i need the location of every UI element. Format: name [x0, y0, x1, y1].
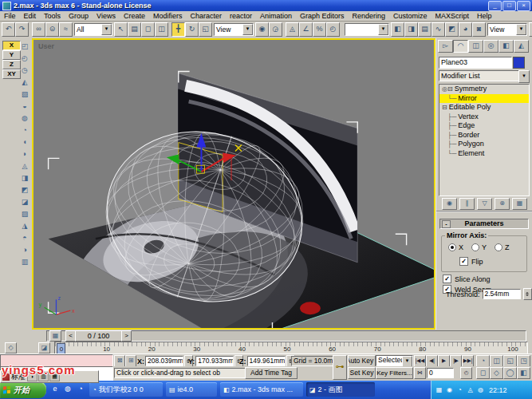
axis-constraint-button[interactable]: Z	[2, 60, 21, 69]
modifier-stack-item[interactable]: ◎⊟ Symmetry	[439, 85, 529, 94]
tray-help-icon[interactable]: ◉	[445, 385, 454, 394]
trackbar-tool-button[interactable]: ◇	[5, 342, 17, 354]
layer-manager-button[interactable]: ▤	[418, 22, 432, 37]
close-button[interactable]: ×	[517, 1, 530, 11]
taskbar-task-max[interactable]: ◧ 2.max - 3ds max ...	[220, 382, 303, 397]
zoom-button[interactable]: ◔	[476, 355, 490, 367]
tab-modify[interactable]: ◠	[453, 40, 468, 53]
zoom-extents-button[interactable]: ◱	[503, 355, 517, 367]
key-mode-toggle-button[interactable]: ⋈	[414, 367, 426, 379]
select-object-button[interactable]: ↖	[114, 22, 128, 37]
previous-frame-button[interactable]: ◀|	[426, 355, 438, 367]
left-toolbar-button[interactable]: ◖	[20, 137, 30, 148]
quick-launch-desktop-icon[interactable]: ◍	[62, 383, 73, 395]
select-by-name-button[interactable]: ▤	[128, 22, 141, 37]
left-toolbar-button[interactable]: ◮	[20, 221, 30, 231]
menu-item[interactable]: Modifiers	[149, 12, 187, 20]
material-editor-button[interactable]: ◕	[459, 22, 472, 37]
tab-create[interactable]: ▻	[438, 40, 453, 53]
selection-filter-dropdown[interactable]: All▼	[74, 23, 112, 36]
add-time-tag-button[interactable]: Add Time Tag	[245, 367, 298, 379]
snap-toggle-button[interactable]: ◬	[286, 22, 299, 37]
left-toolbar-button[interactable]: ◩	[20, 185, 30, 196]
taskbar-task-browser[interactable]: ◔ 我们学校2 0 0	[89, 382, 163, 397]
selection-lock-button[interactable]: ⊠	[114, 355, 125, 367]
trackbar-filter-button[interactable]: ◪	[38, 342, 50, 354]
go-to-start-button[interactable]: |◀◀	[414, 355, 426, 367]
track-bar-ruler[interactable]: 0102030405060708090100	[54, 342, 528, 354]
set-key-mode-key-icon[interactable]: ⊶	[333, 355, 347, 380]
spinner-snap-button[interactable]: ◴	[326, 22, 340, 37]
left-toolbar-button[interactable]: ◷	[20, 65, 30, 76]
region-zoom-button[interactable]: ◻	[476, 367, 490, 379]
undo-button[interactable]: ↶	[2, 22, 15, 37]
select-and-rotate-button[interactable]: ↻	[185, 22, 199, 37]
absolute-offset-toggle-button[interactable]: ⊞	[125, 355, 136, 367]
key-selection-dropdown[interactable]: Selected ▼	[376, 355, 413, 366]
left-toolbar-button[interactable]: ▥	[20, 257, 30, 267]
schematic-view-button[interactable]: ◩	[445, 22, 459, 37]
render-type-dropdown[interactable]: View▼	[487, 23, 527, 36]
left-toolbar-button[interactable]: ◭	[20, 77, 30, 88]
modifier-stack-item[interactable]: ├─ Border	[439, 131, 529, 140]
play-button[interactable]: ▶	[438, 355, 450, 367]
left-toolbar-button[interactable]: ◪	[20, 197, 30, 207]
dropdown-arrow-icon[interactable]: ▼	[402, 356, 412, 367]
left-toolbar-button[interactable]: ◑	[20, 245, 30, 255]
axis-radio[interactable]: Z	[495, 243, 510, 251]
make-unique-button[interactable]: ▽	[477, 198, 492, 210]
perspective-viewport[interactable]: User	[32, 38, 435, 330]
key-filters-button[interactable]: Key Filters...	[376, 367, 413, 379]
radio-icon[interactable]	[471, 243, 479, 251]
select-and-move-button[interactable]: ╋	[171, 22, 185, 37]
next-frame-arrow[interactable]: >	[121, 330, 132, 342]
coordinate-field[interactable]: 149.961mm	[247, 356, 286, 366]
menu-item[interactable]: Animation	[256, 12, 296, 20]
mini-curve-editor-button[interactable]: ▦	[49, 330, 61, 342]
object-name-field[interactable]: Plane03	[439, 57, 512, 69]
menu-item[interactable]: reactor	[226, 12, 256, 20]
axis-constraint-button[interactable]: Y	[2, 50, 21, 60]
arc-rotate-button[interactable]: ◯	[503, 367, 517, 379]
menu-item[interactable]: Graph Editors	[296, 12, 349, 20]
slice-along-checkbox[interactable]: ✓	[443, 275, 451, 283]
collapse-icon[interactable]: -	[442, 220, 451, 228]
reference-coordinate-dropdown[interactable]: View▼	[214, 23, 254, 36]
dropdown-arrow-icon[interactable]: ▼	[101, 24, 112, 35]
curve-editor-button[interactable]: ∿	[432, 22, 445, 37]
dropdown-arrow-icon[interactable]: ▼	[242, 24, 253, 35]
menu-item[interactable]: Views	[93, 12, 120, 20]
menu-item[interactable]: MAXScript	[432, 12, 474, 20]
next-frame-button[interactable]: |▶	[450, 355, 462, 367]
zoom-extents-all-button[interactable]: ◳	[517, 355, 530, 367]
time-configuration-button[interactable]: ◴	[460, 367, 472, 379]
use-pivot-center-button[interactable]: ◉	[255, 22, 269, 37]
left-toolbar-button[interactable]: ◬	[20, 161, 30, 172]
render-scene-button[interactable]: ◙	[472, 22, 486, 37]
quick-launch-player-icon[interactable]: ◔	[75, 383, 86, 395]
axis-constraint-button[interactable]: X	[2, 41, 21, 50]
menu-item[interactable]: Edit	[20, 12, 41, 20]
left-toolbar-button[interactable]: ▨	[20, 209, 30, 219]
tray-lock-icon[interactable]: ◍	[476, 385, 485, 394]
bind-to-space-warp-button[interactable]: ≈	[59, 22, 73, 37]
go-to-end-button[interactable]: ▶▶|	[462, 355, 474, 367]
parameters-rollout-header[interactable]: - Parameters	[439, 219, 529, 229]
menu-item[interactable]: Create	[120, 12, 149, 20]
menu-item[interactable]: Character	[186, 12, 226, 20]
rectangular-selection-region-button[interactable]: ◻	[141, 22, 155, 37]
select-and-scale-button[interactable]: ◱	[199, 22, 212, 37]
object-color-swatch[interactable]	[513, 57, 525, 69]
time-slider-thumb[interactable]: 0 / 100	[75, 330, 122, 342]
tray-volume-icon[interactable]: ◔	[455, 385, 464, 394]
radio-icon[interactable]	[448, 243, 456, 251]
coordinate-field[interactable]: 208.039mm	[145, 356, 183, 366]
redo-button[interactable]: ↷	[15, 22, 29, 37]
menu-item[interactable]: Rendering	[349, 12, 390, 20]
minimize-button[interactable]: _	[488, 1, 502, 11]
tab-utilities[interactable]: ◭	[514, 40, 529, 53]
left-toolbar-button[interactable]: ◨	[20, 173, 30, 184]
axis-radio[interactable]: X	[448, 243, 463, 251]
menu-item[interactable]: Tools	[40, 12, 65, 20]
tab-motion[interactable]: ◎	[483, 40, 499, 53]
